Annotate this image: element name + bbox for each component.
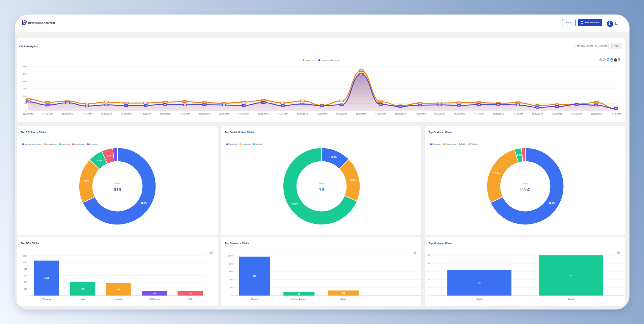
svg-text:25: 25 — [428, 254, 430, 256]
svg-text:106: 106 — [124, 102, 128, 104]
svg-text:111: 111 — [516, 102, 520, 104]
svg-text:200: 200 — [24, 288, 28, 290]
svg-text:112: 112 — [203, 102, 206, 104]
svg-text:0: 0 — [26, 110, 27, 112]
svg-text:Search: Search — [568, 298, 575, 300]
svg-text:11-27-2025: 11-27-2025 — [199, 113, 210, 115]
svg-text:113: 113 — [595, 102, 598, 104]
svg-text:Safari: Safari — [340, 298, 346, 300]
svg-text:IOS: IOS — [189, 298, 192, 300]
svg-text:68.0%: 68.0% — [141, 202, 147, 204]
svg-text:Total: Total — [319, 182, 324, 185]
svg-text:800: 800 — [229, 263, 233, 265]
svg-text:18.8%: 18.8% — [349, 179, 356, 181]
svg-text:113: 113 — [262, 102, 265, 104]
svg-text:497: 497 — [360, 73, 363, 75]
svg-text:300: 300 — [23, 88, 27, 90]
svg-text:74: 74 — [243, 104, 245, 106]
svg-text:12-07-2025: 12-07-2025 — [395, 113, 406, 115]
svg-text:83: 83 — [203, 104, 205, 106]
svg-text:2750: 2750 — [520, 187, 530, 192]
svg-text:4.7%: 4.7% — [107, 155, 112, 157]
svg-text:800: 800 — [24, 268, 28, 270]
svg-text:619: 619 — [114, 187, 121, 192]
svg-text:600: 600 — [229, 271, 233, 273]
svg-text:135: 135 — [301, 100, 304, 102]
svg-text:116: 116 — [46, 101, 49, 103]
svg-text:979: 979 — [253, 275, 256, 277]
svg-text:12-16-2025: 12-16-2025 — [571, 113, 583, 115]
svg-text:59: 59 — [556, 106, 558, 108]
svg-text:11-18-2025: 11-18-2025 — [23, 113, 34, 115]
svg-text:1200: 1200 — [23, 255, 28, 257]
svg-text:82: 82 — [184, 104, 186, 106]
svg-text:0: 0 — [231, 295, 233, 297]
svg-text:88: 88 — [497, 103, 500, 105]
svg-text:78: 78 — [47, 104, 49, 106]
svg-text:88: 88 — [298, 293, 300, 295]
svg-text:12-17-2025: 12-17-2025 — [591, 113, 602, 115]
svg-text:31: 31 — [615, 108, 617, 110]
svg-text:12-09-2025: 12-09-2025 — [434, 113, 445, 115]
svg-text:GNU/Linux: GNU/Linux — [149, 298, 160, 300]
svg-text:65: 65 — [86, 105, 88, 107]
svg-text:107: 107 — [144, 102, 147, 104]
svg-text:10: 10 — [428, 278, 430, 280]
svg-text:12-18-2025: 12-18-2025 — [611, 113, 622, 115]
svg-text:88: 88 — [164, 103, 167, 105]
svg-text:Total: Total — [115, 182, 120, 185]
svg-text:12-03-2025: 12-03-2025 — [317, 113, 328, 115]
svg-text:12-15-2025: 12-15-2025 — [552, 113, 563, 115]
svg-text:Chrome: Chrome — [251, 298, 258, 300]
svg-text:72: 72 — [125, 105, 127, 107]
svg-text:600: 600 — [23, 65, 27, 68]
svg-text:12-13-2025: 12-13-2025 — [512, 113, 524, 115]
svg-text:11-28-2025: 11-28-2025 — [219, 113, 230, 115]
svg-text:68.8%: 68.8% — [292, 202, 298, 205]
svg-text:Total: Total — [523, 182, 528, 185]
svg-text:119: 119 — [242, 101, 245, 103]
svg-text:110: 110 — [458, 102, 461, 104]
svg-text:19.2%: 19.2% — [83, 180, 89, 182]
svg-text:600: 600 — [24, 275, 28, 277]
svg-text:20: 20 — [428, 262, 430, 264]
svg-text:12-01-2025: 12-01-2025 — [278, 113, 289, 115]
svg-text:11-23-2025: 11-23-2025 — [121, 113, 132, 115]
svg-text:400: 400 — [23, 80, 27, 82]
svg-text:11-25-2025: 11-25-2025 — [160, 113, 171, 115]
svg-text:12-04-2025: 12-04-2025 — [336, 113, 347, 115]
svg-text:107: 107 — [281, 102, 285, 104]
svg-text:83: 83 — [341, 104, 343, 106]
svg-text:70: 70 — [321, 105, 323, 107]
svg-text:11-24-2025: 11-24-2025 — [140, 113, 151, 115]
svg-text:81: 81 — [517, 104, 519, 106]
svg-text:12-08-2025: 12-08-2025 — [415, 113, 426, 115]
svg-text:2.9%: 2.9% — [517, 154, 522, 156]
svg-text:129: 129 — [189, 292, 192, 295]
svg-text:Windows: Windows — [43, 298, 51, 300]
svg-text:119: 119 — [164, 101, 167, 103]
svg-text:75: 75 — [145, 104, 147, 106]
svg-text:15: 15 — [428, 270, 430, 272]
svg-text:123: 123 — [27, 101, 30, 103]
svg-text:78: 78 — [595, 104, 597, 106]
svg-text:200: 200 — [229, 287, 233, 289]
svg-text:11-21-2025: 11-21-2025 — [82, 113, 92, 115]
svg-text:78: 78 — [419, 104, 421, 106]
svg-text:158: 158 — [27, 98, 30, 100]
svg-text:80: 80 — [223, 104, 225, 106]
svg-text:121: 121 — [105, 101, 108, 103]
svg-text:11-20-2025: 11-20-2025 — [62, 113, 73, 115]
svg-text:12-06-2025: 12-06-2025 — [375, 113, 387, 115]
svg-text:16: 16 — [478, 281, 480, 284]
svg-text:200: 200 — [23, 95, 27, 97]
svg-text:60: 60 — [399, 106, 401, 108]
svg-text:12-10-2025: 12-10-2025 — [454, 113, 465, 115]
svg-text:11-22-2025: 11-22-2025 — [101, 113, 112, 115]
svg-text:27.5%: 27.5% — [494, 172, 500, 174]
svg-text:Social: Social — [476, 298, 482, 300]
svg-text:Internet Explorer: Internet Explorer — [291, 298, 307, 300]
svg-text:12-02-2025: 12-02-2025 — [297, 113, 308, 115]
svg-text:124: 124 — [379, 101, 383, 103]
svg-text:88: 88 — [380, 103, 382, 105]
